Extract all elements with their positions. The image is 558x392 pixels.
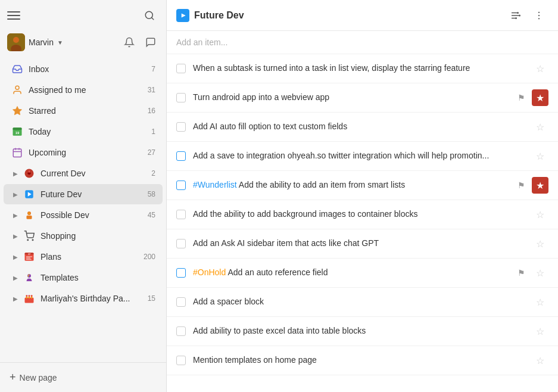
priority-button[interactable]: ⚑	[513, 265, 529, 281]
sidebar-item-birthday[interactable]: ▶ Marliyah's Birthday Pa... 15	[4, 288, 163, 309]
table-row[interactable]: #OnHold Add an auto reference field ⚑ ☆	[167, 259, 558, 288]
sidebar-item-templates[interactable]: ▶ Templates	[4, 267, 163, 288]
user-name: Marvin	[29, 38, 54, 47]
sidebar-item-assigned[interactable]: Assigned to me 31	[4, 80, 163, 100]
sidebar-item-inbox[interactable]: Inbox 7	[4, 59, 163, 79]
star-button[interactable]: ☆	[532, 119, 548, 135]
expand-icon: ▶	[11, 294, 20, 303]
star-button[interactable]: ☆	[532, 148, 548, 164]
task-checkbox[interactable]	[176, 297, 186, 307]
svg-point-3	[13, 37, 19, 43]
project-icon	[176, 9, 189, 22]
table-row[interactable]: #Wunderlist Add the ability to add an it…	[167, 171, 558, 200]
add-item-bar[interactable]: Add an item...	[167, 31, 558, 54]
today-icon: 19	[11, 125, 24, 138]
user-actions	[121, 34, 159, 51]
svg-point-45	[515, 17, 517, 19]
task-checkbox[interactable]	[176, 326, 186, 336]
star-button[interactable]: ☆	[532, 60, 548, 77]
notifications-button[interactable]	[121, 34, 138, 51]
birthday-label: Marliyah's Birthday Pa...	[40, 294, 145, 303]
table-row[interactable]: Add ability to paste excel data into tab…	[167, 317, 558, 346]
upcoming-label: Upcoming	[29, 148, 145, 157]
task-checkbox[interactable]	[176, 151, 186, 161]
star-button[interactable]: ☆	[532, 294, 548, 310]
svg-rect-18	[27, 216, 32, 219]
shopping-icon	[23, 229, 36, 242]
sidebar-item-future-dev[interactable]: ▶ Future Dev 58	[4, 184, 163, 204]
task-checkbox[interactable]	[176, 93, 186, 102]
today-label: Today	[29, 127, 149, 136]
task-actions: ☆	[532, 294, 548, 310]
sidebar-item-today[interactable]: 19 Today 1	[4, 122, 163, 142]
upcoming-count: 27	[148, 148, 155, 157]
table-row[interactable]: When a subtask is turned into a task in …	[167, 54, 558, 83]
svg-point-35	[26, 295, 27, 297]
shopping-label: Shopping	[40, 231, 155, 241]
expand-icon: ▶	[11, 252, 20, 262]
new-page-button[interactable]: + New page	[7, 368, 159, 387]
search-button[interactable]	[140, 6, 159, 25]
expand-icon: ▶	[11, 210, 20, 220]
task-checkbox[interactable]	[176, 210, 186, 219]
page-title: Future Dev	[194, 10, 244, 21]
table-row[interactable]: Add the ability to add background images…	[167, 200, 558, 229]
task-actions: ☆	[532, 323, 548, 340]
new-page-label: New page	[20, 373, 57, 382]
star-button[interactable]: ★	[532, 177, 548, 194]
sidebar-item-current-dev[interactable]: ▶ Current Dev 2	[4, 163, 163, 183]
sidebar-item-shopping[interactable]: ▶ Shopping	[4, 226, 163, 246]
main-header: Future Dev	[167, 0, 558, 31]
main-content: Future Dev Add an item... When a subtask…	[167, 0, 558, 392]
star-button[interactable]: ☆	[532, 265, 548, 281]
more-options-button[interactable]	[529, 6, 548, 25]
table-row[interactable]: Add an Ask AI sidebar item that acts lik…	[167, 229, 558, 259]
main-header-left: Future Dev	[176, 9, 244, 22]
task-checkbox[interactable]	[176, 356, 186, 365]
future-dev-icon	[23, 188, 36, 201]
task-checkbox[interactable]	[176, 268, 186, 278]
messages-button[interactable]	[142, 34, 159, 51]
plans-icon: 17	[23, 250, 36, 263]
templates-label: Templates	[40, 273, 155, 282]
menu-icon[interactable]	[7, 9, 20, 22]
sidebar-item-possible-dev[interactable]: ▶ Possible Dev 45	[4, 205, 163, 225]
chevron-down-icon: ▼	[57, 39, 63, 46]
table-row[interactable]: Add AI auto fill option to text custom f…	[167, 113, 558, 142]
user-menu[interactable]: Marvin ▼	[7, 33, 63, 51]
sidebar: Marvin ▼ Inbox 7	[0, 0, 167, 392]
sidebar-item-upcoming[interactable]: Upcoming 27	[4, 142, 163, 163]
task-text: #Wunderlist Add the ability to add an it…	[193, 179, 508, 191]
starred-count: 16	[148, 107, 155, 115]
task-actions: ⚑ ☆	[513, 265, 548, 281]
task-list: When a subtask is turned into a task in …	[167, 54, 558, 392]
task-checkbox[interactable]	[176, 181, 186, 190]
task-actions: ⚑ ★	[513, 177, 548, 194]
table-row[interactable]: Mention templates on home page ☆	[167, 346, 558, 375]
priority-button[interactable]: ⚑	[513, 177, 529, 194]
task-checkbox[interactable]	[176, 239, 186, 248]
star-button[interactable]: ☆	[532, 206, 548, 223]
star-button[interactable]: ☆	[532, 323, 548, 340]
star-button[interactable]: ☆	[532, 352, 548, 369]
current-dev-icon	[23, 167, 36, 180]
table-row[interactable]: Turn android app into a webview app ⚑ ★	[167, 83, 558, 113]
task-text: Add a save to integration ohyeah.so twit…	[193, 150, 527, 162]
star-button[interactable]: ★	[532, 89, 548, 106]
person-icon	[11, 83, 24, 97]
expand-icon: ▶	[11, 273, 20, 282]
priority-button[interactable]: ⚑	[513, 89, 529, 106]
table-row[interactable]: Add a spacer block ☆	[167, 288, 558, 317]
svg-rect-29	[28, 275, 29, 277]
task-checkbox[interactable]	[176, 122, 186, 132]
svg-rect-8	[13, 127, 22, 130]
sidebar-item-starred[interactable]: Starred 16	[4, 101, 163, 121]
star-button[interactable]: ☆	[532, 235, 548, 252]
starred-label: Starred	[29, 106, 145, 116]
filter-button[interactable]	[506, 6, 525, 25]
task-actions: ☆	[532, 352, 548, 369]
task-checkbox[interactable]	[176, 64, 186, 73]
expand-icon: ▶	[11, 169, 20, 178]
table-row[interactable]: Add a save to integration ohyeah.so twit…	[167, 142, 558, 171]
sidebar-item-plans[interactable]: ▶ 17 Plans 200	[4, 247, 163, 267]
